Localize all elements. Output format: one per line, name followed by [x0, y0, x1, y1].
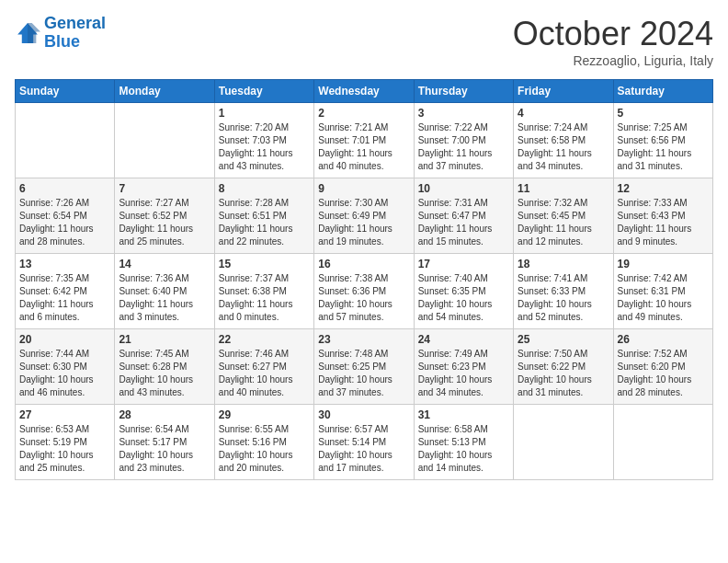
calendar-cell: [613, 405, 712, 480]
month-title: October 2024: [513, 15, 713, 53]
day-number: 8: [219, 182, 310, 195]
day-number: 2: [318, 107, 409, 120]
cell-info: Sunrise: 6:58 AMSunset: 5:13 PMDaylight:…: [418, 423, 509, 475]
calendar-cell: [514, 405, 613, 480]
cell-info: Sunrise: 7:42 AMSunset: 6:31 PMDaylight:…: [618, 272, 709, 324]
logo-icon: [15, 20, 40, 46]
calendar-cell: 2Sunrise: 7:21 AMSunset: 7:01 PMDaylight…: [314, 103, 414, 178]
calendar-cell: 11Sunrise: 7:32 AMSunset: 6:45 PMDayligh…: [514, 178, 613, 254]
page-header: General Blue October 2024 Rezzoaglio, Li…: [15, 15, 713, 68]
day-number: 11: [518, 182, 609, 195]
day-number: 27: [19, 408, 110, 421]
day-number: 21: [119, 333, 210, 346]
cell-info: Sunrise: 7:28 AMSunset: 6:51 PMDaylight:…: [219, 197, 310, 248]
cell-info: Sunrise: 7:21 AMSunset: 7:01 PMDaylight:…: [318, 121, 409, 173]
calendar-cell: 27Sunrise: 6:53 AMSunset: 5:19 PMDayligh…: [16, 405, 115, 480]
calendar-cell: 25Sunrise: 7:50 AMSunset: 6:22 PMDayligh…: [514, 329, 613, 405]
calendar-cell: 3Sunrise: 7:22 AMSunset: 7:00 PMDaylight…: [414, 103, 513, 178]
day-number: 29: [219, 408, 310, 421]
day-number: 7: [119, 182, 210, 195]
day-of-week-header: Thursday: [414, 80, 513, 103]
calendar-cell: 24Sunrise: 7:49 AMSunset: 6:23 PMDayligh…: [414, 329, 513, 405]
cell-info: Sunrise: 6:54 AMSunset: 5:17 PMDaylight:…: [119, 423, 210, 475]
calendar-cell: 5Sunrise: 7:25 AMSunset: 6:56 PMDaylight…: [613, 103, 712, 178]
cell-info: Sunrise: 7:37 AMSunset: 6:38 PMDaylight:…: [219, 272, 310, 324]
day-number: 25: [518, 333, 609, 346]
calendar-cell: 23Sunrise: 7:48 AMSunset: 6:25 PMDayligh…: [314, 329, 414, 405]
calendar-cell: [115, 103, 214, 178]
calendar-cell: [16, 103, 115, 178]
cell-info: Sunrise: 6:55 AMSunset: 5:16 PMDaylight:…: [219, 423, 310, 475]
calendar-cell: 17Sunrise: 7:40 AMSunset: 6:35 PMDayligh…: [414, 254, 513, 329]
cell-info: Sunrise: 7:26 AMSunset: 6:54 PMDaylight:…: [19, 197, 110, 248]
calendar-cell: 1Sunrise: 7:20 AMSunset: 7:03 PMDaylight…: [214, 103, 313, 178]
day-of-week-header: Monday: [115, 80, 214, 103]
day-number: 28: [119, 408, 210, 421]
cell-info: Sunrise: 7:25 AMSunset: 6:56 PMDaylight:…: [618, 121, 709, 173]
calendar-cell: 6Sunrise: 7:26 AMSunset: 6:54 PMDaylight…: [16, 178, 115, 254]
calendar-cell: 28Sunrise: 6:54 AMSunset: 5:17 PMDayligh…: [115, 405, 214, 480]
cell-info: Sunrise: 6:57 AMSunset: 5:14 PMDaylight:…: [318, 423, 409, 475]
cell-info: Sunrise: 7:31 AMSunset: 6:47 PMDaylight:…: [418, 197, 509, 248]
calendar-cell: 4Sunrise: 7:24 AMSunset: 6:58 PMDaylight…: [514, 103, 613, 178]
cell-info: Sunrise: 7:32 AMSunset: 6:45 PMDaylight:…: [518, 197, 609, 248]
calendar-cell: 10Sunrise: 7:31 AMSunset: 6:47 PMDayligh…: [414, 178, 513, 254]
cell-info: Sunrise: 7:52 AMSunset: 6:20 PMDaylight:…: [618, 348, 709, 399]
calendar-cell: 15Sunrise: 7:37 AMSunset: 6:38 PMDayligh…: [214, 254, 313, 329]
cell-info: Sunrise: 7:50 AMSunset: 6:22 PMDaylight:…: [518, 348, 609, 399]
day-of-week-header: Saturday: [613, 80, 712, 103]
calendar-cell: 31Sunrise: 6:58 AMSunset: 5:13 PMDayligh…: [414, 405, 513, 480]
cell-info: Sunrise: 7:44 AMSunset: 6:30 PMDaylight:…: [19, 348, 110, 399]
calendar-cell: 29Sunrise: 6:55 AMSunset: 5:16 PMDayligh…: [214, 405, 313, 480]
day-number: 24: [418, 333, 509, 346]
calendar-week-row: 20Sunrise: 7:44 AMSunset: 6:30 PMDayligh…: [16, 329, 713, 405]
title-block: October 2024 Rezzoaglio, Liguria, Italy: [513, 15, 713, 68]
cell-info: Sunrise: 7:27 AMSunset: 6:52 PMDaylight:…: [119, 197, 210, 248]
logo: General Blue: [15, 15, 106, 52]
day-of-week-header: Tuesday: [214, 80, 313, 103]
calendar-cell: 16Sunrise: 7:38 AMSunset: 6:36 PMDayligh…: [314, 254, 414, 329]
calendar-cell: 14Sunrise: 7:36 AMSunset: 6:40 PMDayligh…: [115, 254, 214, 329]
day-number: 5: [618, 107, 709, 120]
calendar-cell: 12Sunrise: 7:33 AMSunset: 6:43 PMDayligh…: [613, 178, 712, 254]
logo-text: General Blue: [44, 15, 106, 52]
day-number: 10: [418, 182, 509, 195]
cell-info: Sunrise: 7:24 AMSunset: 6:58 PMDaylight:…: [518, 121, 609, 173]
cell-info: Sunrise: 7:48 AMSunset: 6:25 PMDaylight:…: [318, 348, 409, 399]
cell-info: Sunrise: 7:20 AMSunset: 7:03 PMDaylight:…: [219, 121, 310, 173]
cell-info: Sunrise: 7:45 AMSunset: 6:28 PMDaylight:…: [119, 348, 210, 399]
location: Rezzoaglio, Liguria, Italy: [513, 53, 713, 68]
cell-info: Sunrise: 7:36 AMSunset: 6:40 PMDaylight:…: [119, 272, 210, 324]
day-number: 16: [318, 258, 409, 270]
calendar-cell: 18Sunrise: 7:41 AMSunset: 6:33 PMDayligh…: [514, 254, 613, 329]
calendar-cell: 19Sunrise: 7:42 AMSunset: 6:31 PMDayligh…: [613, 254, 712, 329]
day-number: 4: [518, 107, 609, 120]
calendar-week-row: 1Sunrise: 7:20 AMSunset: 7:03 PMDaylight…: [16, 103, 713, 178]
calendar-cell: 21Sunrise: 7:45 AMSunset: 6:28 PMDayligh…: [115, 329, 214, 405]
cell-info: Sunrise: 7:46 AMSunset: 6:27 PMDaylight:…: [219, 348, 310, 399]
day-number: 23: [318, 333, 409, 346]
calendar-week-row: 27Sunrise: 6:53 AMSunset: 5:19 PMDayligh…: [16, 405, 713, 480]
day-number: 18: [518, 258, 609, 270]
calendar-cell: 30Sunrise: 6:57 AMSunset: 5:14 PMDayligh…: [314, 405, 414, 480]
day-of-week-header: Wednesday: [314, 80, 414, 103]
day-number: 9: [318, 182, 409, 195]
calendar-cell: 9Sunrise: 7:30 AMSunset: 6:49 PMDaylight…: [314, 178, 414, 254]
cell-info: Sunrise: 7:38 AMSunset: 6:36 PMDaylight:…: [318, 272, 409, 324]
day-number: 30: [318, 408, 409, 421]
calendar-cell: 13Sunrise: 7:35 AMSunset: 6:42 PMDayligh…: [16, 254, 115, 329]
day-number: 1: [219, 107, 310, 120]
calendar-cell: 7Sunrise: 7:27 AMSunset: 6:52 PMDaylight…: [115, 178, 214, 254]
day-number: 26: [618, 333, 709, 346]
cell-info: Sunrise: 6:53 AMSunset: 5:19 PMDaylight:…: [19, 423, 110, 475]
day-of-week-header: Friday: [514, 80, 613, 103]
day-number: 15: [219, 258, 310, 270]
cell-info: Sunrise: 7:40 AMSunset: 6:35 PMDaylight:…: [418, 272, 509, 324]
cell-info: Sunrise: 7:49 AMSunset: 6:23 PMDaylight:…: [418, 348, 509, 399]
day-number: 19: [618, 258, 709, 270]
calendar-cell: 22Sunrise: 7:46 AMSunset: 6:27 PMDayligh…: [214, 329, 313, 405]
day-number: 17: [418, 258, 509, 270]
day-number: 13: [19, 258, 110, 270]
day-number: 20: [19, 333, 110, 346]
calendar-week-row: 13Sunrise: 7:35 AMSunset: 6:42 PMDayligh…: [16, 254, 713, 329]
